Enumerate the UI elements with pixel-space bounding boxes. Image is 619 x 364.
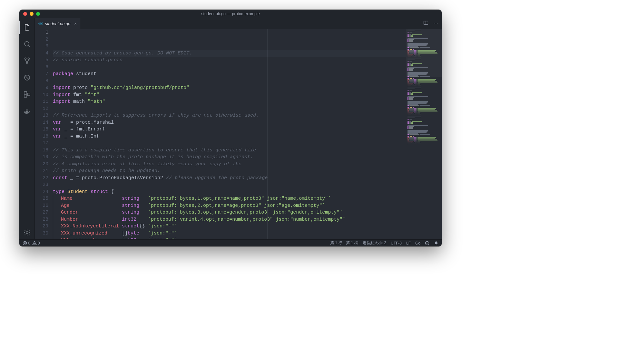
status-encoding[interactable]: UTF-8 (391, 241, 402, 245)
files-icon (23, 24, 31, 31)
svg-point-3 (26, 62, 28, 64)
error-icon (23, 241, 27, 245)
window-title: student.pb.go — protoc-example (19, 12, 442, 16)
activity-search[interactable] (19, 37, 35, 51)
minimap[interactable] (406, 29, 442, 239)
status-notifications[interactable] (434, 241, 438, 245)
code-area[interactable]: // Code generated by protoc-gen-go. DO N… (53, 29, 406, 239)
svg-point-1 (25, 58, 26, 60)
smiley-icon (425, 241, 429, 245)
window-close-button[interactable] (23, 12, 27, 16)
status-eol[interactable]: LF (406, 241, 411, 245)
activity-extensions[interactable] (19, 88, 35, 101)
titlebar: student.pb.go — protoc-example (19, 10, 442, 18)
status-indent[interactable]: 定位點大小: 2 (363, 240, 386, 246)
branch-icon (23, 57, 31, 65)
search-icon (23, 40, 31, 48)
activity-debug[interactable] (19, 71, 35, 84)
status-cursor-pos[interactable]: 第 1 行，第 1 欄 (330, 240, 358, 246)
ruler (267, 29, 268, 239)
status-errors-count: 0 (28, 241, 30, 245)
gear-icon (23, 229, 31, 236)
app-window: student.pb.go — protoc-example (19, 10, 442, 246)
go-file-icon: -GO (38, 22, 43, 25)
svg-point-0 (25, 42, 29, 46)
activity-bar (19, 18, 35, 239)
extensions-icon (23, 91, 31, 98)
status-warnings[interactable]: 0 (32, 241, 40, 245)
split-icon (423, 20, 428, 25)
bug-icon (23, 74, 31, 81)
activity-settings[interactable] (19, 226, 35, 239)
window-minimize-button[interactable] (30, 12, 34, 16)
svg-point-11 (426, 241, 429, 245)
tab-close-icon[interactable]: × (72, 21, 77, 26)
status-errors[interactable]: 0 (23, 241, 30, 245)
status-warnings-count: 0 (38, 241, 40, 245)
status-bar: 0 0 第 1 行，第 1 欄 定位點大小: 2 UTF-8 LF Go (19, 239, 442, 246)
docker-icon (23, 107, 31, 115)
minimap-viewport[interactable] (406, 29, 442, 77)
window-zoom-button[interactable] (36, 12, 40, 16)
svg-rect-7 (27, 93, 30, 96)
svg-rect-6 (24, 95, 27, 97)
svg-point-8 (26, 232, 28, 234)
code-editor[interactable]: 1234567891011121314151617181920212223242… (35, 29, 406, 239)
tab-student-pb-go[interactable]: -GO student.pb.go × (35, 18, 80, 29)
activity-explorer[interactable] (19, 21, 35, 34)
line-number-gutter: 1234567891011121314151617181920212223242… (35, 29, 53, 239)
svg-rect-5 (24, 91, 27, 94)
tab-label: student.pb.go (45, 21, 71, 26)
status-feedback[interactable] (425, 241, 429, 245)
split-editor-button[interactable] (423, 20, 428, 27)
activity-docker[interactable] (19, 104, 35, 118)
activity-source-control[interactable] (19, 54, 35, 68)
warning-icon (32, 241, 37, 245)
svg-point-2 (28, 58, 29, 60)
bell-icon (434, 241, 438, 245)
editor-tabs: -GO student.pb.go × ··· (35, 18, 442, 29)
more-actions-button[interactable]: ··· (432, 21, 438, 26)
status-language[interactable]: Go (415, 241, 420, 245)
